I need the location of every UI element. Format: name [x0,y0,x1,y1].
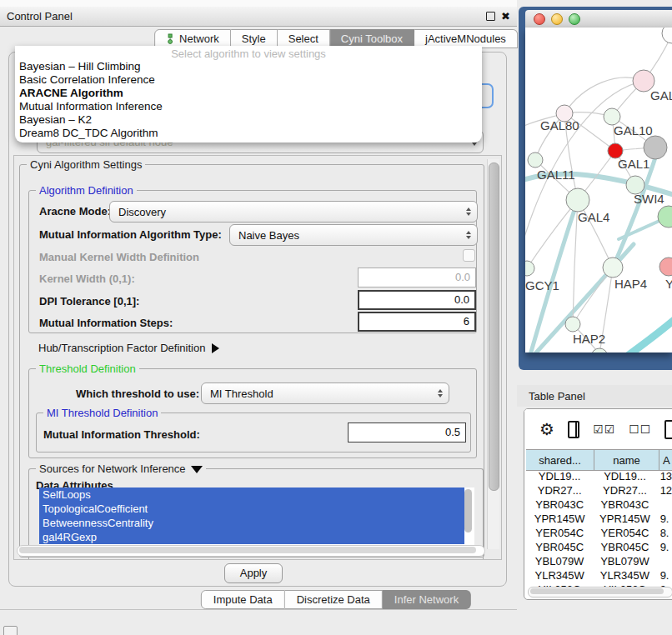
sources-group-title[interactable]: Sources for Network Inference [36,462,206,475]
attributes-list-scrollbar[interactable] [464,489,472,532]
attribute-item-topologicalcoefficient[interactable]: TopologicalCoefficient [39,502,464,516]
network-node-gal11[interactable] [528,152,543,168]
attribute-item-betweennesscentrality[interactable]: BetweennessCentrality [39,516,464,530]
mi-threshold-field[interactable]: 0.5 [348,422,466,442]
table-row[interactable]: YDR27...YDR27...12 [526,483,672,498]
bottom-tab-infer-network[interactable]: Infer Network [383,590,471,609]
table-row[interactable]: YBR043CYBR043C [526,498,672,512]
table-cell: 9. [657,540,672,554]
bottom-tab-discretize-data[interactable]: Discretize Data [285,590,383,609]
table-cell: YBL079W [593,554,656,568]
table-toolbar: ⚙ ☑☑ ☐☐ [524,409,672,449]
split-columns-icon[interactable] [568,421,579,438]
algorithm-option-mutual-information-inference[interactable]: Mutual Information Inference [15,100,482,113]
table-cell [657,554,672,568]
table-body: YDL19...YDL19...13YDR27...YDR27...12YBR0… [526,469,672,597]
table-row[interactable]: YER054CYER054C8. [526,526,672,540]
dpi-tolerance-field[interactable]: 0.0 [358,290,476,310]
network-node[interactable] [658,206,672,228]
settings-vscroll-thumb[interactable] [489,162,499,491]
table-cell: 9. [657,512,672,526]
zoom-traffic-light-icon[interactable] [569,13,580,25]
mi-algorithm-type-combo[interactable]: Naive Bayes [229,224,478,246]
close-icon[interactable]: ✖ [501,12,510,21]
tab-label: jActiveMNodules [425,32,506,45]
algorithm-option-bayesian-k2[interactable]: Bayesian – K2 [15,113,482,127]
algorithm-option-dream8-dc-tdc-algorithm[interactable]: Dream8 DC_TDC Algorithm [15,127,482,140]
table-cell: YDR27... [593,483,656,498]
node-label-gcy1: GCY1 [525,278,559,292]
which-threshold-value: MI Threshold [202,388,273,400]
network-edge [564,78,644,113]
minimize-traffic-light-icon[interactable] [551,13,563,25]
settings-vertical-scrollbar[interactable] [487,159,499,549]
algorithm-option-basic-correlation-inference[interactable]: Basic Correlation Inference [15,73,482,87]
network-node-hap2[interactable] [565,317,580,332]
mi-steps-field[interactable]: 6 [358,312,476,332]
attribute-item-gal4rgexp[interactable]: gal4RGexp [39,530,464,544]
table-row[interactable]: YBL079WYBL079W [526,554,672,568]
table-cell: YLR345W [526,568,593,582]
table-row[interactable]: YBR045CYBR045C9. [526,540,672,554]
table-cell: YPR145W [526,512,593,526]
attribute-item-selfloops[interactable]: SelfLoops [39,488,464,502]
table-row[interactable]: YPR145WYPR145W9. [526,512,672,526]
network-node-hap4[interactable] [603,258,623,278]
table-hscroll-thumb[interactable] [530,588,664,594]
network-node[interactable] [662,28,672,43]
network-node-gal4[interactable] [566,188,589,212]
table-cell: YDL19... [593,469,656,483]
algorithm-option-bayesian-hill-climbing[interactable]: Bayesian – Hill Climbing [15,60,482,73]
hub-definition-toggle[interactable]: Hub/Transcription Factor Definition [38,342,219,354]
network-edge [527,200,578,268]
network-node-gcy1[interactable] [525,261,534,276]
network-node-y[interactable] [659,258,672,276]
cyni-settings-group-title: Cyni Algorithm Settings [27,158,145,171]
float-window-icon[interactable] [486,12,495,21]
bottom-tab-impute-data[interactable]: Impute Data [201,590,285,609]
algorithm-definition-group: Algorithm Definition Aracne Mode: Discov… [28,190,477,333]
which-threshold-combo[interactable]: MI Threshold [201,382,449,404]
node-label-hap4: HAP4 [614,277,647,291]
table-cell: YBR045C [593,540,656,554]
column-header-shared-[interactable]: shared... [526,450,594,470]
dpi-tolerance-label: DPI Tolerance [0,1]: [39,295,139,308]
table-panel-bar: Table Panel [517,385,672,407]
table-cell: YER054C [593,526,656,540]
apply-button[interactable]: Apply [224,563,283,583]
manual-kernel-checkbox[interactable] [463,249,475,262]
settings-horizontal-scrollbar[interactable] [17,545,485,557]
network-node[interactable] [591,348,608,352]
column-header-name[interactable]: name [594,450,659,470]
tab-label: Cyni Toolbox [341,32,403,45]
document-icon[interactable] [664,420,672,439]
tab-label: Network [179,32,219,45]
aracne-mode-value: Discovery [110,206,166,218]
network-view[interactable]: GALGAL80GAL10GAL1GAL11SWI4GAL4GCY1HAP4YH… [525,28,672,352]
table-row[interactable]: YDL19...YDL19...13 [526,469,672,483]
kernel-width-label: Kernel Width (0,1): [39,272,135,285]
resize-grip[interactable] [3,626,18,635]
close-traffic-light-icon[interactable] [534,13,545,25]
settings-hscroll-thumb[interactable] [19,547,476,553]
column-header-a[interactable]: A [659,450,672,470]
checked-boxes-icon[interactable]: ☑☑ [593,422,615,436]
algorithm-select-popup: Select algorithm to view settings Bayesi… [15,46,482,142]
network-window-titlebar[interactable] [525,10,672,28]
algorithm-option-aracne-algorithm[interactable]: ARACNE Algorithm [15,87,482,100]
algorithm-popup-placeholder: Select algorithm to view settings [15,48,482,60]
table-horizontal-scrollbar[interactable] [528,587,672,598]
aracne-mode-combo[interactable]: Discovery [109,201,478,222]
unchecked-boxes-icon[interactable]: ☐☐ [629,422,651,436]
sources-title-text: Sources for Network Inference [39,462,186,475]
table-cell: YBR043C [593,498,656,512]
network-node[interactable] [644,136,667,159]
network-node-gal10[interactable] [604,108,620,125]
table-row[interactable]: YLR345WYLR345W9. [526,568,672,582]
kernel-width-field[interactable]: 0.0 [358,268,476,288]
gear-icon[interactable]: ⚙ [539,421,554,438]
mi-threshold-label: Mutual Information Threshold: [43,428,200,441]
algorithm-popup-list: Bayesian – Hill ClimbingBasic Correlatio… [15,60,482,140]
chevron-updown-icon [438,389,449,398]
table-cell: 8. [657,526,672,540]
